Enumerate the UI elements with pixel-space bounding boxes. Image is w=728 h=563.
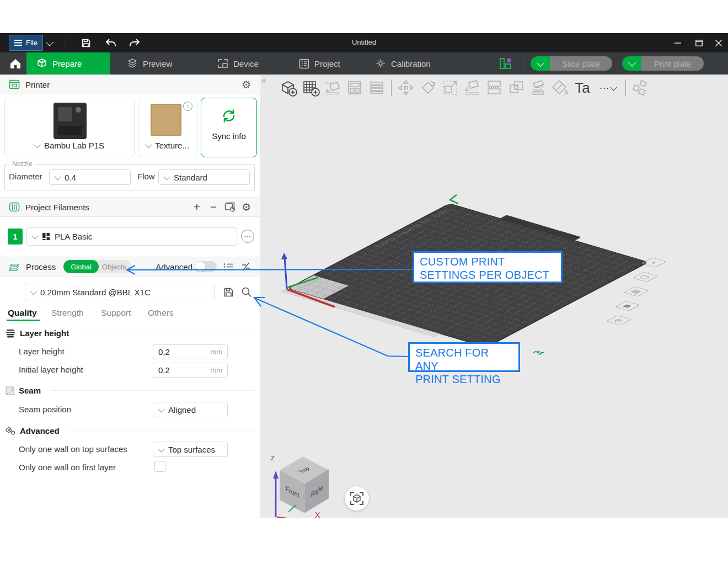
tab-strength[interactable]: Strength xyxy=(51,308,84,318)
callout-custom-settings: CUSTOM PRINT SETTINGS PER OBJECT xyxy=(413,251,563,283)
rotate-tool-button[interactable] xyxy=(417,76,439,100)
process-global-segment[interactable]: Global xyxy=(63,260,99,273)
one-wall-top-label: Only one wall on top surfaces xyxy=(19,444,127,454)
parameter-list-icon[interactable] xyxy=(223,263,233,271)
tab-calibration[interactable]: Calibration xyxy=(365,52,441,75)
text-tool-button[interactable]: Ta xyxy=(571,76,593,100)
scale-tool-button[interactable] xyxy=(439,76,461,100)
tab-project[interactable]: Project xyxy=(289,52,350,75)
plate-delete-icon[interactable]: × xyxy=(641,258,667,268)
tab-others[interactable]: Others xyxy=(148,308,174,318)
text-tool-icon: Ta xyxy=(575,79,590,97)
layer-height-value: 0.2 xyxy=(158,347,170,357)
layout-view-button[interactable] xyxy=(500,58,512,69)
printer-settings-gear-icon[interactable]: ⚙ xyxy=(242,78,251,91)
process-scope-toggle[interactable]: Global Objects xyxy=(63,260,132,273)
process-objects-segment[interactable]: Objects xyxy=(99,263,132,271)
plate-type-card[interactable]: i Texture... xyxy=(138,98,197,157)
arrange-icon xyxy=(345,78,365,98)
add-plate-button[interactable] xyxy=(299,76,322,100)
plate-arrange-icon[interactable]: ▤ xyxy=(624,286,649,296)
filaments-section-title: Project Filaments xyxy=(25,203,89,212)
printer-model-name: Bambu Lab P1S xyxy=(44,141,104,150)
more-tools-button[interactable]: ··· xyxy=(593,76,622,100)
arrange-button[interactable] xyxy=(344,76,366,100)
split-to-objects-button[interactable] xyxy=(483,76,505,100)
process-preset-name: 0.20mm Standard @BBL X1C xyxy=(40,288,151,297)
close-button[interactable] xyxy=(709,35,728,51)
one-wall-top-dropdown[interactable]: Top surfaces xyxy=(153,442,228,457)
print-plate-button[interactable]: Print plate xyxy=(622,56,704,71)
nozzle-diameter-dropdown[interactable]: 0.4 xyxy=(49,169,131,185)
sync-info-button[interactable]: Sync info xyxy=(201,98,257,157)
filament-dropdown[interactable]: PLA Basic xyxy=(26,227,237,246)
layer-height-label: Layer height xyxy=(19,347,65,356)
gizmo-axes xyxy=(267,450,339,518)
color-painting-button[interactable] xyxy=(549,76,571,100)
viewport-3d[interactable]: ‹› AUTO xyxy=(260,75,728,518)
advanced-toggle[interactable] xyxy=(195,261,217,272)
printer-image xyxy=(53,103,87,139)
one-wall-top-value: Top surfaces xyxy=(168,445,215,454)
split-objects-icon xyxy=(484,78,504,98)
move-tool-button[interactable] xyxy=(395,76,417,100)
seam-position-value: Aligned xyxy=(168,405,196,415)
save-preset-icon[interactable] xyxy=(223,287,234,298)
one-wall-first-layer-checkbox[interactable] xyxy=(154,461,165,472)
seam-position-dropdown[interactable]: Aligned xyxy=(153,402,228,417)
plate-front-rim xyxy=(281,289,441,337)
maximize-button[interactable] xyxy=(689,35,708,51)
gizmo-z-label: z xyxy=(271,453,275,462)
variable-layer-height-button[interactable] xyxy=(527,76,549,100)
variable-layer-height-icon xyxy=(528,78,548,98)
assembly-view-button[interactable] xyxy=(629,76,651,100)
info-icon[interactable]: i xyxy=(183,102,192,111)
add-object-button[interactable] xyxy=(277,76,299,100)
tab-device[interactable]: Device xyxy=(207,52,269,75)
sidebar-collapse-icon[interactable]: ‹› xyxy=(262,77,265,84)
auto-orient-icon: AUTO xyxy=(323,78,342,98)
search-setting-icon[interactable] xyxy=(241,286,252,298)
fit-view-button[interactable] xyxy=(345,486,369,511)
tab-preview[interactable]: Preview xyxy=(117,52,182,75)
nozzle-diameter-value: 0.4 xyxy=(65,173,76,182)
callout-line: PRINT SETTING xyxy=(415,373,513,386)
tab-support[interactable]: Support xyxy=(101,308,131,318)
minimize-button[interactable] xyxy=(668,35,687,51)
flow-dropdown[interactable]: Standard xyxy=(158,169,250,185)
compare-presets-icon[interactable] xyxy=(241,262,251,271)
filament-slot-number[interactable]: 1 xyxy=(8,229,23,245)
auto-orient-button[interactable]: AUTO xyxy=(322,76,344,100)
print-options-chevron[interactable] xyxy=(622,56,641,71)
tab-preview-label: Preview xyxy=(143,59,172,68)
navbar-divider xyxy=(523,57,523,70)
lay-on-face-button[interactable] xyxy=(461,76,483,100)
layer-height-input[interactable]: 0.2 mm xyxy=(153,344,228,359)
filament-settings-gear-icon[interactable]: ⚙ xyxy=(242,201,251,214)
remove-filament-icon[interactable]: − xyxy=(210,200,217,214)
tab-quality[interactable]: Quality xyxy=(8,308,37,318)
printer-model-card[interactable]: Bambu Lab P1S xyxy=(4,98,135,157)
chevron-down-icon xyxy=(54,173,61,180)
calibration-icon xyxy=(375,58,386,69)
slice-plate-button[interactable]: Slice plate xyxy=(531,56,612,71)
nozzle-fieldset: Nozzle Diameter 0.4 Flow Standard xyxy=(4,164,255,190)
add-filament-icon[interactable]: + xyxy=(194,200,200,214)
filament-sync-icon[interactable] xyxy=(224,202,235,212)
layer-height-group-title: Layer height xyxy=(20,328,69,338)
home-button[interactable] xyxy=(4,52,26,75)
lay-on-face-icon xyxy=(462,78,482,98)
tab-prepare[interactable]: Prepare xyxy=(26,52,110,75)
plate-lock-icon[interactable]: ◼ xyxy=(615,301,640,311)
plate-clone-icon[interactable]: ▢ xyxy=(633,272,658,282)
process-preset-dropdown[interactable]: 0.20mm Standard @BBL X1C xyxy=(25,284,215,300)
slice-options-chevron[interactable] xyxy=(531,56,550,71)
plate-settings-icon[interactable]: ◎ xyxy=(606,315,631,325)
split-to-parts-button[interactable] xyxy=(505,76,527,100)
plate-brand-text: Bambu Textured PEI Plate xyxy=(372,208,451,248)
chevron-down-icon xyxy=(31,232,39,240)
initial-layer-height-input[interactable]: 0.2 mm xyxy=(153,363,228,378)
print-plate-label: Print plate xyxy=(641,56,704,71)
object-list-button[interactable] xyxy=(366,76,388,100)
filament-more-options-icon[interactable]: ⋯ xyxy=(241,230,254,243)
